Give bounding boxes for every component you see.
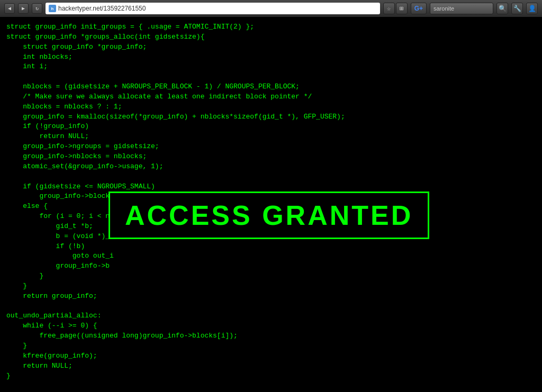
- code-line: out_undo_partial_alloc:: [6, 311, 536, 321]
- code-line: return NULL;: [6, 361, 536, 371]
- url-bar[interactable]: h hackertyper.net/135922761550: [46, 3, 380, 14]
- code-line: while (--i >= 0) {: [6, 321, 536, 331]
- search-button[interactable]: 🔍: [496, 3, 508, 14]
- code-line: [6, 381, 536, 391]
- code-line: group_info->b: [6, 261, 536, 271]
- code-line: nblocks = nblocks ? : 1;: [6, 102, 536, 112]
- code-line: if (!b): [6, 242, 536, 252]
- bookmark-star-icon[interactable]: ☆: [383, 3, 395, 14]
- toolbar-icons: ☆ ⊞: [383, 3, 408, 14]
- access-granted-overlay: ACCESS GRANTED: [109, 192, 429, 239]
- code-line: atomic_set(&group_info->usage, 1);: [6, 162, 536, 172]
- search-box[interactable]: saronite: [430, 3, 493, 14]
- url-text: hackertyper.net/135922761550: [58, 5, 146, 12]
- code-line: int i;: [6, 62, 536, 72]
- access-granted-text: ACCESS GRANTED: [125, 199, 413, 231]
- code-line: kfree(group_info);: [6, 351, 536, 361]
- code-line: if (!group_info): [6, 122, 536, 132]
- code-line: nblocks = (gidsetsize + NGROUPS_PER_BLOC…: [6, 82, 536, 92]
- site-icon: h: [49, 5, 56, 12]
- code-line: if (gidsetsize <= NGROUPS_SMALL): [6, 182, 536, 192]
- code-line: [6, 72, 536, 82]
- addon-icon[interactable]: 🔧: [511, 3, 523, 14]
- browser-chrome: ◀ ▶ ↻ h hackertyper.net/135922761550 ☆ ⊞…: [0, 0, 542, 17]
- code-line: }: [6, 371, 536, 381]
- code-line: [6, 302, 536, 312]
- back-button[interactable]: ◀: [4, 3, 15, 14]
- profile-icon[interactable]: 👤: [526, 3, 538, 14]
- forward-button[interactable]: ▶: [18, 3, 29, 14]
- reload-button[interactable]: ↻: [32, 3, 42, 14]
- code-line: struct group_info *group_info;: [6, 42, 536, 52]
- code-line: /* Make sure we always allocate at least…: [6, 92, 536, 102]
- code-line: }: [6, 281, 536, 291]
- code-line: int nblocks;: [6, 52, 536, 62]
- code-line: }: [6, 271, 536, 281]
- code-line: }: [6, 341, 536, 351]
- code-line: group_info->nblocks = nblocks;: [6, 152, 536, 162]
- code-area: struct group_info init_groups = { .usage…: [0, 17, 542, 392]
- code-line: group_info->ngroups = gidsetsize;: [6, 142, 536, 152]
- code-line: return NULL;: [6, 132, 536, 142]
- google-g-icon: G+: [414, 5, 423, 12]
- code-line: [6, 172, 536, 182]
- google-plus-button[interactable]: G+: [411, 3, 427, 14]
- code-line: struct group_info *groups_alloc(int gids…: [6, 32, 536, 42]
- search-user-text: saronite: [433, 5, 454, 12]
- bookmark-icon[interactable]: ⊞: [396, 3, 408, 14]
- code-line: group_info = kmalloc(sizeof(*group_info)…: [6, 112, 536, 122]
- code-line: return group_info;: [6, 291, 536, 302]
- code-line: free_page((unsigned long)group_info->blo…: [6, 331, 536, 341]
- code-line: goto out_i: [6, 251, 536, 261]
- code-line: struct group_info init_groups = { .usage…: [6, 22, 536, 32]
